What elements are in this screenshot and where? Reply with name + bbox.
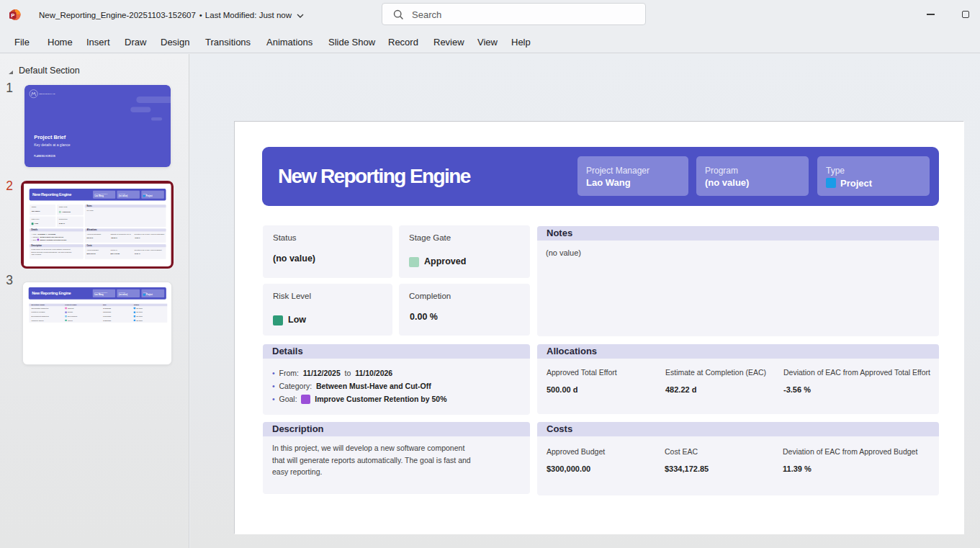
svg-text:P: P [11, 12, 14, 19]
